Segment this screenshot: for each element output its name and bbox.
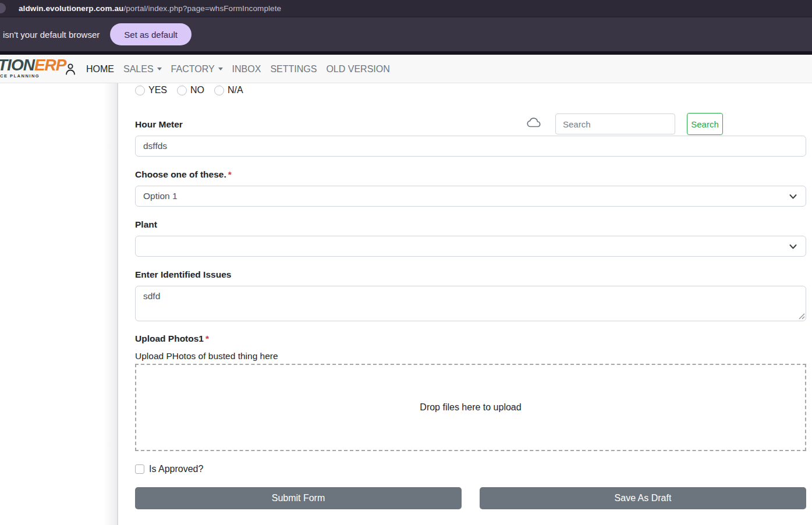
form-actions: Submit Form Save As Draft (135, 487, 806, 509)
choose-one-select[interactable]: Option 1 (135, 186, 806, 207)
nav-item-factory[interactable]: FACTORY (166, 64, 228, 75)
nav-item-old-version[interactable]: OLD VERSION (321, 64, 394, 75)
logo-text-dark: TION (0, 56, 34, 74)
plant-select[interactable] (135, 236, 806, 257)
file-dropzone[interactable]: Drop files here to upload (135, 364, 806, 451)
content-edge-shadow (104, 83, 117, 525)
resize-handle-icon[interactable] (798, 313, 805, 320)
dropzone-text: Drop files here to upload (420, 402, 521, 413)
required-asterisk: * (228, 169, 232, 179)
checkbox-icon[interactable] (135, 464, 144, 474)
content-divider (117, 83, 118, 525)
nav-menu: HOME SALES FACTORY INBOX SETTINGS OLD VE… (64, 55, 395, 83)
save-as-draft-button[interactable]: Save As Draft (480, 487, 806, 509)
required-asterisk: * (205, 334, 209, 343)
radio-icon[interactable] (135, 86, 145, 95)
radio-option-yes[interactable]: YES (135, 85, 167, 95)
logo-tagline: CE PLANNING (0, 74, 66, 79)
user-icon[interactable] (64, 62, 77, 76)
browser-url-bar: aldwin.evolutionerp.com.au/portal/index.… (0, 0, 812, 16)
default-browser-banner: isn't your default browser Set as defaul… (0, 16, 812, 51)
default-browser-text: isn't your default browser (3, 30, 100, 40)
whs-form: YES NO N/A Hour Meter Choose one of thes… (135, 83, 806, 509)
radio-icon[interactable] (177, 86, 187, 95)
chevron-down-icon (789, 192, 797, 201)
issues-label: Enter Identified Issues (135, 269, 806, 280)
hour-meter-label: Hour Meter (135, 119, 806, 130)
caret-down-icon (218, 68, 223, 70)
url-path: /portal/index.php?page=whsFormIncomplete (123, 4, 281, 13)
set-as-default-button[interactable]: Set as default (110, 23, 192, 45)
address-url[interactable]: aldwin.evolutionerp.com.au/portal/index.… (19, 4, 281, 13)
radio-option-na[interactable]: N/A (214, 85, 243, 95)
nav-item-inbox[interactable]: INBOX (228, 64, 266, 75)
plant-label: Plant (135, 219, 806, 230)
selected-option-text: Option 1 (143, 191, 178, 201)
is-approved-label: Is Approved? (149, 464, 203, 474)
choose-one-label: Choose one of these.* (135, 169, 806, 180)
radio-icon[interactable] (214, 86, 224, 95)
site-info-icon[interactable] (0, 3, 6, 13)
submit-form-button[interactable]: Submit Form (135, 487, 462, 509)
label-text: Choose one of these. (135, 169, 226, 179)
yes-no-na-radio-group: YES NO N/A (135, 85, 806, 95)
hour-meter-input[interactable] (135, 136, 806, 157)
nav-item-label: OLD VERSION (326, 64, 389, 75)
radio-label: NO (190, 85, 204, 95)
is-approved-checkbox-row[interactable]: Is Approved? (135, 464, 806, 474)
nav-item-label: SETTINGS (270, 64, 317, 75)
nav-item-home[interactable]: HOME (81, 64, 119, 75)
url-domain: aldwin.evolutionerp.com.au (19, 4, 123, 13)
app-navbar: TIONERP CE PLANNING HOME SALES FACTORY I… (0, 55, 812, 83)
caret-down-icon (157, 68, 162, 70)
nav-item-label: FACTORY (171, 64, 215, 75)
nav-item-label: INBOX (232, 64, 261, 75)
chevron-down-icon (789, 242, 797, 251)
upload-helper-text: Upload PHotos of busted thing here (135, 350, 806, 362)
radio-label: N/A (228, 85, 243, 95)
nav-item-sales[interactable]: SALES (119, 64, 166, 75)
nav-item-label: HOME (86, 64, 114, 75)
upload-photos-label: Upload Photos1* (135, 333, 806, 344)
issues-textarea[interactable]: sdfd (135, 286, 806, 321)
logo-text-orange: ERP (34, 56, 66, 74)
radio-option-no[interactable]: NO (177, 85, 204, 95)
issues-textarea-wrap: sdfd (135, 286, 806, 321)
nav-item-label: SALES (123, 64, 154, 75)
label-text: Upload Photos1 (135, 334, 204, 343)
nav-item-settings[interactable]: SETTINGS (265, 64, 321, 75)
radio-label: YES (148, 85, 167, 95)
app-logo[interactable]: TIONERP CE PLANNING (0, 57, 66, 79)
